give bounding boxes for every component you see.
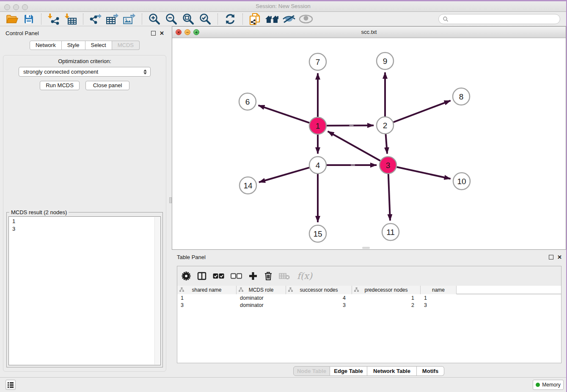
table-panel-close-button[interactable]: ✕ (557, 255, 562, 259)
tab-edge-table[interactable]: Edge Table (330, 366, 367, 376)
tab-style[interactable]: Style (62, 41, 85, 50)
minimize-window-button[interactable] (13, 4, 19, 10)
export-table-icon[interactable] (104, 13, 121, 25)
graph-node-6[interactable]: 6 (239, 93, 256, 110)
memory-button[interactable]: Memory (533, 380, 564, 390)
app-title: Session: New Session (0, 1, 566, 11)
graph-node-2[interactable]: 2 (377, 117, 394, 134)
edge-1-6[interactable] (259, 105, 310, 123)
graph-node-8[interactable]: 8 (453, 88, 470, 105)
zoom-in-icon[interactable] (146, 13, 163, 25)
network-maximize-button[interactable]: + (193, 29, 199, 35)
table-cell[interactable]: dominator (237, 295, 286, 302)
graph-node-10[interactable]: 10 (453, 173, 470, 190)
select-all-icon[interactable] (213, 270, 224, 282)
export-image-icon[interactable] (121, 13, 138, 25)
svg-text:6: 6 (245, 97, 250, 106)
graph-node-11[interactable]: 11 (382, 224, 399, 240)
network-close-button[interactable]: × (176, 29, 182, 35)
network-minimize-button[interactable]: − (184, 29, 190, 35)
edge-2-3[interactable] (386, 134, 387, 154)
network-scroll-handle[interactable] (362, 247, 370, 249)
graph-node-1[interactable]: 1 (309, 117, 326, 134)
home-view-icon[interactable] (264, 13, 281, 25)
graph-node-9[interactable]: 9 (377, 52, 394, 69)
table-cell[interactable]: 3 (286, 302, 352, 309)
delete-table-icon (279, 270, 290, 282)
control-panel-close-button[interactable]: ✕ (160, 31, 164, 36)
task-history-button[interactable] (6, 380, 16, 390)
edge-4-14[interactable] (259, 168, 309, 182)
search-icon (443, 16, 449, 22)
svg-text:f(x): f(x) (297, 271, 313, 281)
tab-motifs[interactable]: Motifs (417, 366, 444, 376)
edge-3-11[interactable] (388, 174, 390, 221)
table-panel-float-button[interactable] (549, 255, 553, 259)
table-cell[interactable]: 1 (177, 295, 237, 302)
criterion-select[interactable]: strongly connected component (19, 67, 151, 77)
show-detail-icon[interactable] (297, 13, 314, 25)
table-cell[interactable]: 1 (352, 295, 421, 302)
network-window-titlebar[interactable]: × − + scc.txt (172, 27, 566, 38)
column-header-MCDS-role[interactable]: MCDS role (237, 286, 286, 294)
tab-mcds[interactable]: MCDS (112, 41, 140, 50)
graph-node-3[interactable]: 3 (380, 157, 396, 174)
close-panel-button[interactable]: Close panel (85, 81, 129, 90)
column-header-predecessor-nodes[interactable]: predecessor nodes (352, 286, 421, 294)
delete-row-icon[interactable] (264, 270, 272, 282)
zoom-selected-icon[interactable] (197, 13, 214, 25)
column-header-shared-name[interactable]: shared name (177, 286, 237, 294)
edge-3-1[interactable] (328, 131, 380, 161)
svg-text:14: 14 (243, 181, 253, 190)
graph-node-14[interactable]: 14 (239, 177, 256, 194)
save-session-icon[interactable] (20, 13, 37, 25)
zoom-window-button[interactable] (22, 4, 28, 10)
tab-network-table[interactable]: Network Table (367, 366, 417, 376)
open-file-icon[interactable] (3, 13, 20, 25)
table-row[interactable]: 3dominator323 (177, 302, 561, 309)
column-header-successor-nodes[interactable]: successor nodes (286, 286, 352, 294)
clone-network-icon[interactable] (247, 13, 264, 25)
graph-node-4[interactable]: 4 (309, 157, 326, 174)
table-row[interactable]: 1dominator411 (177, 295, 561, 302)
result-scrollbar[interactable] (154, 217, 160, 364)
close-window-button[interactable] (4, 4, 10, 10)
export-network-icon[interactable] (87, 13, 104, 25)
control-panel-tabs: NetworkStyleSelectMCDS (0, 41, 169, 50)
tab-select[interactable]: Select (85, 41, 112, 50)
network-graph-canvas[interactable]: 7968124314101511 (172, 38, 566, 249)
table-cell[interactable]: dominator (237, 302, 286, 309)
deselect-all-icon[interactable] (231, 270, 242, 282)
table-cell[interactable]: 4 (286, 295, 352, 302)
zoom-fit-icon[interactable] (180, 13, 197, 25)
add-row-icon[interactable] (248, 270, 258, 282)
zoom-out-icon[interactable] (163, 13, 180, 25)
table-cell[interactable]: 3 (177, 302, 237, 309)
tab-network[interactable]: Network (30, 41, 62, 50)
tab-node-table[interactable]: Node Table (293, 366, 330, 376)
edge-3-10[interactable] (397, 167, 451, 179)
graph-node-15[interactable]: 15 (309, 225, 326, 242)
refresh-layout-icon[interactable] (222, 13, 239, 25)
edge-2-8[interactable] (394, 101, 451, 122)
mcds-result-text[interactable]: 13 (8, 216, 161, 365)
settings-icon[interactable] (182, 270, 191, 282)
select-stepper-icon (143, 68, 148, 76)
import-network-icon[interactable] (45, 13, 62, 25)
table-cell[interactable]: 3 (421, 302, 457, 309)
hide-detail-icon[interactable] (281, 13, 297, 25)
control-panel-float-button[interactable] (151, 31, 156, 36)
split-columns-icon[interactable] (197, 270, 206, 282)
graph-node-7[interactable]: 7 (309, 53, 326, 70)
search-input[interactable] (438, 14, 560, 24)
table-cell[interactable]: 1 (421, 295, 457, 302)
toolbar-separator (142, 14, 142, 25)
mcds-result-box: MCDS result (2 nodes) 13 (6, 212, 163, 367)
column-header-name[interactable]: name (421, 286, 457, 294)
run-mcds-button[interactable]: Run MCDS (40, 81, 80, 90)
node-table: f(x) shared nameMCDS rolesuccessor nodes… (177, 266, 561, 363)
table-cell[interactable]: 2 (352, 302, 421, 309)
import-table-icon[interactable] (62, 13, 79, 25)
app-titlebar[interactable]: Session: New Session (0, 1, 566, 12)
list-icon (7, 382, 14, 388)
